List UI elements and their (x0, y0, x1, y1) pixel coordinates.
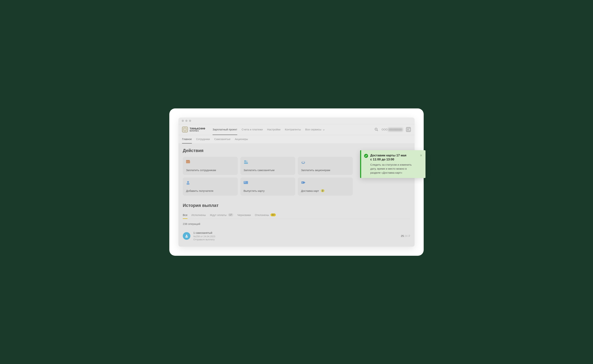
svg-rect-3 (409, 129, 410, 130)
nav-payroll[interactable]: Зарплатный проект (213, 124, 237, 135)
svg-point-10 (302, 162, 304, 163)
pending-badge: 17 (228, 214, 233, 216)
window-title-bar (178, 117, 415, 124)
traffic-light-dot (182, 120, 184, 122)
toast-title: Доставим карты 17 мая с 11:00 до 13:00 (370, 154, 418, 162)
svg-line-1 (377, 130, 378, 131)
person-add-icon (186, 181, 190, 185)
nav-all-services[interactable]: Все сервисы (305, 124, 325, 135)
delivery-badge: 2 (321, 189, 325, 192)
svg-point-16 (302, 182, 303, 183)
svg-rect-18 (185, 236, 188, 238)
wallet-icon[interactable] (406, 127, 411, 132)
close-icon[interactable]: × (420, 154, 422, 175)
chevron-down-icon (323, 129, 325, 130)
action-pay-selfemployed[interactable]: Заплатить самозанятым (240, 157, 295, 175)
svg-point-17 (186, 235, 187, 236)
shield-icon (182, 127, 188, 132)
main-nav: Зарплатный проект Счета и платежи Настро… (213, 124, 375, 135)
action-card-delivery[interactable]: Доставка карт 2 (298, 177, 353, 196)
tab-rejected[interactable]: Отклонены57 (255, 212, 276, 219)
sub-nav: Главное Сотрудники Самозанятые Акционеры (178, 135, 415, 144)
svg-point-6 (244, 160, 246, 162)
svg-rect-13 (244, 181, 248, 184)
nav-contractors[interactable]: Контрагенты (285, 124, 301, 135)
check-icon (364, 154, 368, 158)
rejected-badge: 57 (271, 214, 276, 216)
svg-point-0 (375, 128, 377, 130)
nav-settings[interactable]: Настройки (267, 124, 280, 135)
tab-pending[interactable]: Ждут оплаты17 (210, 212, 233, 219)
brand-logo[interactable]: ТИНЬКОФФ БИЗНЕС (182, 127, 205, 132)
toast-text: Следить за статусом и изменить дату, вре… (370, 163, 418, 175)
wallet-icon (186, 160, 190, 164)
persons-icon (244, 160, 248, 164)
action-pay-employees[interactable]: Заплатить сотрудникам (183, 157, 238, 175)
traffic-light-dot (185, 120, 188, 122)
traffic-light-dot (189, 120, 191, 122)
history-title: История выплат (183, 203, 410, 208)
svg-rect-15 (245, 182, 245, 182)
operation-title: 1 самозанятый (193, 231, 398, 234)
tab-drafts[interactable]: Черновики (237, 212, 251, 219)
subnav-employees[interactable]: Сотрудники (196, 135, 210, 143)
operation-hint: Отправьте выплату (193, 238, 398, 241)
subnav-shareholders[interactable]: Акционеры (235, 135, 248, 143)
search-icon[interactable] (375, 128, 378, 131)
header: ТИНЬКОФФ БИЗНЕС Зарплатный проект Счета … (178, 124, 415, 135)
operation-row[interactable]: 1 самозанятый №258 от 24.04.2023 Отправь… (183, 230, 410, 242)
tab-all[interactable]: Все (183, 212, 188, 219)
operation-amount: 25,00 ₽ (401, 234, 410, 238)
person-icon (183, 232, 190, 240)
svg-rect-4 (186, 161, 190, 163)
company-name[interactable]: ООО ████████ (382, 128, 403, 131)
subnav-selfemployed[interactable]: Самозанятые (214, 135, 230, 143)
svg-rect-8 (244, 162, 248, 164)
svg-point-11 (187, 181, 189, 183)
history-tabs: Все Исполнены Ждут оплаты17 Черновики От… (183, 212, 410, 219)
tag-icon (301, 181, 305, 185)
action-issue-card[interactable]: Выпустить карту (240, 177, 295, 196)
nav-accounts[interactable]: Счета и платежи (242, 124, 263, 135)
operation-meta: №258 от 24.04.2023 (193, 235, 398, 238)
brand-line2: БИЗНЕС (190, 130, 205, 132)
action-pay-shareholders[interactable]: Заплатить акционерам (298, 157, 353, 175)
svg-rect-12 (187, 183, 189, 185)
action-add-recipient[interactable]: Добавить получателя (183, 177, 238, 196)
brand-line1: ТИНЬКОФФ (190, 127, 205, 130)
delivery-toast: Доставим карты 17 мая с 11:00 до 13:00 С… (360, 150, 425, 178)
subnav-main[interactable]: Главное (182, 135, 192, 143)
card-plus-icon (244, 181, 248, 185)
svg-point-7 (246, 161, 248, 162)
svg-rect-5 (186, 160, 190, 161)
tab-completed[interactable]: Исполнены (191, 212, 206, 219)
ring-icon (301, 160, 305, 164)
operations-count: 238 операций (183, 222, 410, 225)
